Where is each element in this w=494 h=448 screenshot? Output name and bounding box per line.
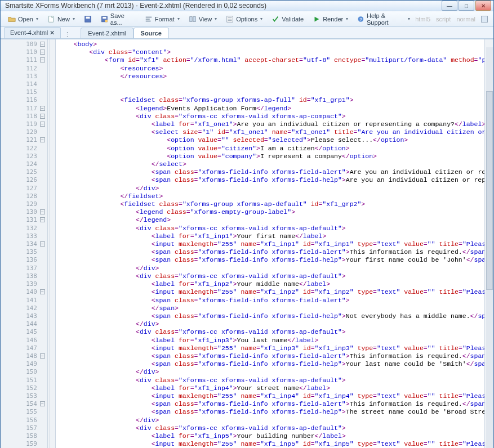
fold-toggle-icon[interactable]: −	[40, 122, 45, 127]
palette-icon[interactable]	[481, 16, 488, 23]
line-number[interactable]: 149	[1, 360, 47, 368]
line-number[interactable]: 128	[1, 192, 47, 200]
options-button[interactable]: Options▾	[222, 14, 266, 25]
vertical-scrollbar[interactable]	[484, 39, 493, 448]
open-button[interactable]: Open▾	[4, 14, 42, 25]
line-number[interactable]: 146	[1, 337, 47, 344]
close-icon[interactable]: ✕	[50, 29, 55, 36]
chevron-down-icon: ▾	[346, 16, 348, 21]
format-button[interactable]: Format▾	[141, 14, 184, 25]
inner-tabstrip: Event-2.xhtml Source	[81, 28, 169, 38]
line-number[interactable]: 142	[1, 304, 47, 312]
line-number[interactable]: 113	[1, 73, 47, 80]
fold-toggle-icon[interactable]: −	[40, 137, 45, 142]
line-number[interactable]: 157	[1, 424, 47, 432]
line-number[interactable]: 130−	[1, 208, 47, 216]
line-number[interactable]: 137	[1, 265, 47, 272]
mode-normal[interactable]: normal	[456, 16, 475, 23]
svg-rect-10	[193, 16, 195, 21]
mode-html5[interactable]: html5	[415, 16, 430, 23]
code-editor[interactable]: <body> <div class="content"> <form id="x…	[56, 39, 484, 448]
line-number[interactable]: 121−	[1, 136, 47, 144]
fold-toggle-icon[interactable]: −	[40, 401, 45, 406]
maximize-button[interactable]: □	[459, 1, 474, 11]
line-number[interactable]: 133	[1, 232, 47, 240]
line-number[interactable]: 118−	[1, 113, 47, 120]
tab-source[interactable]: Source	[133, 28, 169, 38]
line-number[interactable]: 131−	[1, 216, 47, 224]
fold-toggle-icon[interactable]: −	[40, 114, 45, 119]
line-number[interactable]: 134−	[1, 240, 47, 248]
line-number[interactable]: 112	[1, 65, 47, 73]
tab-document[interactable]: Event-2.xhtml	[81, 28, 133, 38]
save-button[interactable]	[80, 14, 96, 25]
line-number[interactable]: 122	[1, 145, 47, 153]
line-number[interactable]: 111−	[1, 56, 47, 64]
line-number[interactable]: 125	[1, 168, 47, 176]
fold-toggle-icon[interactable]: −	[40, 209, 45, 214]
line-number[interactable]: 158	[1, 432, 47, 440]
fold-toggle-icon[interactable]: −	[40, 241, 45, 247]
chevron-down-icon: ▾	[215, 16, 217, 21]
scroll-thumb[interactable]	[486, 91, 493, 290]
fold-toggle-icon[interactable]: −	[40, 50, 45, 55]
line-number[interactable]: 117−	[1, 105, 47, 113]
format-icon	[145, 15, 153, 23]
line-number[interactable]: 120	[1, 128, 47, 136]
line-number[interactable]: 123	[1, 153, 47, 160]
line-number[interactable]: 155	[1, 408, 47, 416]
fold-toggle-icon[interactable]: −	[40, 289, 45, 294]
mode-script[interactable]: script	[436, 16, 451, 23]
fold-toggle-icon[interactable]: −	[40, 217, 45, 222]
line-number[interactable]: 124	[1, 160, 47, 168]
line-number[interactable]: 159	[1, 440, 47, 448]
fold-toggle-icon[interactable]: −	[40, 106, 45, 111]
line-number[interactable]: 144	[1, 320, 47, 328]
line-number[interactable]: 156	[1, 416, 47, 424]
line-number[interactable]: 150	[1, 368, 47, 376]
minimize-button[interactable]: —	[442, 1, 457, 11]
line-number[interactable]: 147	[1, 344, 47, 352]
fold-toggle-icon[interactable]: −	[40, 57, 45, 62]
svg-text:?: ?	[359, 17, 362, 22]
line-number[interactable]: 127	[1, 185, 47, 192]
line-number[interactable]: 109−	[1, 41, 47, 48]
line-number-gutter[interactable]: 109−110−111−112113114115116117−118−119−1…	[1, 39, 48, 448]
line-number[interactable]: 154−	[1, 400, 47, 408]
line-number[interactable]: 145	[1, 328, 47, 336]
line-number[interactable]: 140−	[1, 288, 47, 296]
line-number[interactable]: 141	[1, 297, 47, 304]
validate-button[interactable]: Validate	[268, 14, 308, 25]
line-number[interactable]: 129	[1, 200, 47, 208]
chevron-down-icon: ▾	[260, 16, 262, 21]
line-number[interactable]: 148−	[1, 352, 47, 360]
line-number[interactable]: 152	[1, 384, 47, 392]
line-number[interactable]: 138	[1, 272, 47, 280]
window-controls: — □ ✕	[442, 1, 491, 11]
line-number[interactable]: 116	[1, 96, 47, 104]
line-number[interactable]: 132	[1, 225, 47, 232]
line-number[interactable]: 119−	[1, 120, 47, 128]
line-number[interactable]: 114	[1, 80, 47, 88]
view-button[interactable]: View▾	[185, 14, 221, 25]
new-button[interactable]: New▾	[43, 14, 79, 25]
fold-toggle-icon[interactable]: −	[40, 42, 45, 47]
line-number[interactable]: 153	[1, 392, 47, 400]
line-number[interactable]: 135	[1, 248, 47, 256]
line-number[interactable]: 136	[1, 256, 47, 264]
line-number[interactable]: 143	[1, 312, 47, 320]
saveas-button[interactable]: Save as...	[97, 11, 140, 28]
line-number[interactable]: 151	[1, 377, 47, 384]
line-number[interactable]: 126	[1, 176, 47, 184]
render-button[interactable]: Render▾	[309, 14, 352, 25]
tab-event4[interactable]: Event-4.xhtml ✕	[4, 27, 61, 38]
line-number[interactable]: 139	[1, 280, 47, 288]
tab-overflow-icon[interactable]: ⋮	[64, 31, 70, 38]
close-button[interactable]: ✕	[475, 1, 491, 11]
titlebar: Smartsite XForms Workbench (7 mrt 2013) …	[1, 1, 493, 11]
fold-toggle-icon[interactable]: −	[40, 353, 45, 359]
line-number[interactable]: 115	[1, 88, 47, 96]
help-button[interactable]: ? Help & Support▾	[353, 11, 414, 28]
help-icon: ?	[357, 15, 364, 23]
line-number[interactable]: 110−	[1, 48, 47, 56]
